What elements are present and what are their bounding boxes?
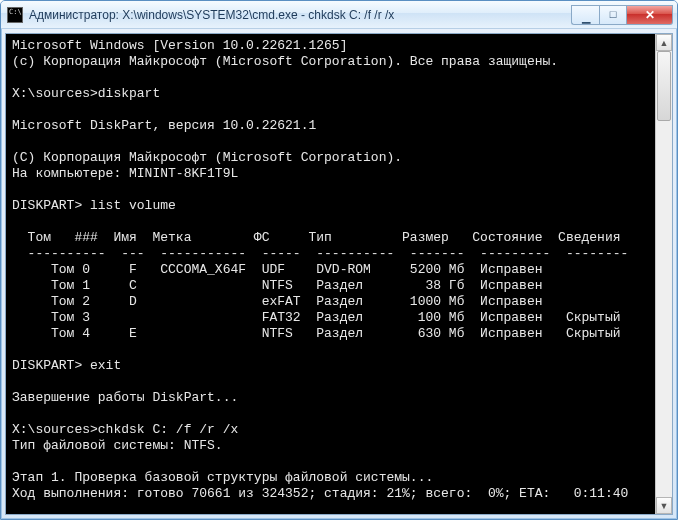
line: Тип файловой системы: NTFS. [12, 438, 223, 453]
close-button[interactable]: ✕ [627, 5, 673, 25]
table-row: Том 0 F CCCOMA_X64F UDF DVD-ROM 5200 Мб … [12, 262, 543, 277]
line: Этап 1. Проверка базовой структуры файло… [12, 470, 433, 485]
table-row: Том 4 E NTFS Раздел 630 Мб Исправен Скры… [12, 326, 621, 341]
window-title: Администратор: X:\windows\SYSTEM32\cmd.e… [29, 8, 571, 22]
minimize-icon: ▁ [582, 12, 590, 23]
scroll-thumb[interactable] [657, 51, 671, 121]
scroll-track[interactable] [656, 51, 672, 497]
console-output[interactable]: Microsoft Windows [Version 10.0.22621.12… [6, 34, 655, 514]
line: X:\sources>chkdsk C: /f /r /x [12, 422, 238, 437]
cmd-icon [7, 7, 23, 23]
scroll-up-button[interactable]: ▲ [656, 34, 672, 51]
line: Microsoft Windows [Version 10.0.22621.12… [12, 38, 347, 53]
maximize-icon: □ [610, 9, 617, 20]
line: ---------- --- ----------- ----- -------… [12, 246, 628, 261]
cmd-window: Администратор: X:\windows\SYSTEM32\cmd.e… [0, 0, 678, 520]
maximize-button[interactable]: □ [599, 5, 627, 25]
window-controls: ▁ □ ✕ [571, 5, 673, 25]
line: Ход выполнения: готово 70661 из 324352; … [12, 486, 628, 501]
line: (C) Корпорация Майкрософт (Microsoft Cor… [12, 150, 402, 165]
console-frame: Microsoft Windows [Version 10.0.22621.12… [5, 33, 673, 515]
close-icon: ✕ [645, 9, 655, 21]
scroll-down-button[interactable]: ▼ [656, 497, 672, 514]
scrollbar[interactable]: ▲ ▼ [655, 34, 672, 514]
minimize-button[interactable]: ▁ [571, 5, 599, 25]
line: DISKPART> list volume [12, 198, 176, 213]
line: (c) Корпорация Майкрософт (Microsoft Cor… [12, 54, 558, 69]
line: На компьютере: MININT-8KF1T9L [12, 166, 238, 181]
table-row: Том 1 C NTFS Раздел 38 Гб Исправен [12, 278, 543, 293]
chevron-up-icon: ▲ [660, 38, 669, 48]
table-row: Том 2 D exFAT Раздел 1000 Мб Исправен [12, 294, 543, 309]
line: Том ### Имя Метка ФС Тип Размер Состояни… [12, 230, 621, 245]
line: Microsoft DiskPart, версия 10.0.22621.1 [12, 118, 316, 133]
chevron-down-icon: ▼ [660, 501, 669, 511]
titlebar[interactable]: Администратор: X:\windows\SYSTEM32\cmd.e… [1, 1, 677, 29]
line: X:\sources>diskpart [12, 86, 160, 101]
line: Завершение работы DiskPart... [12, 390, 238, 405]
line: DISKPART> exit [12, 358, 121, 373]
table-row: Том 3 FAT32 Раздел 100 Мб Исправен Скрыт… [12, 310, 621, 325]
